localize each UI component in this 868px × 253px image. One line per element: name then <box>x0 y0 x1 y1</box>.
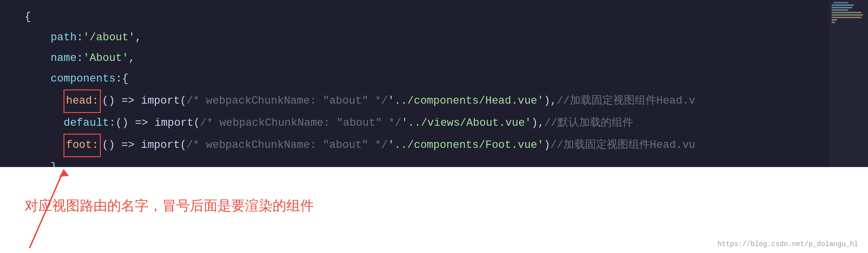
annotation-section: 对应视图路由的名字，冒号后面是要渲染的组件 https://blog.csdn.… <box>0 167 868 253</box>
code-line-6: default: () => import( /* webpackChunkNa… <box>25 113 858 134</box>
code-line-4: components :{ <box>25 69 858 89</box>
highlight-foot: foot: <box>63 134 101 157</box>
page-url: https://blog.csdn.net/p_dolangu_hl <box>717 240 858 248</box>
svg-line-0 <box>30 169 64 248</box>
key-default: default: <box>63 113 116 134</box>
svg-marker-1 <box>59 169 69 177</box>
highlight-head: head: <box>63 89 101 113</box>
brace-open: { <box>25 7 31 28</box>
annotation-arrow <box>25 167 84 253</box>
val-name: 'About' <box>83 48 128 69</box>
code-line-2: path : '/about' , <box>25 28 858 48</box>
code-editor: { path : '/about' , name : 'About' , com… <box>0 0 868 167</box>
key-path: path <box>51 28 77 48</box>
key-name: name <box>51 48 77 69</box>
code-line-5: head: () => import( /* webpackChunkName:… <box>25 89 858 113</box>
code-line-8: } <box>25 157 858 167</box>
code-content: { path : '/about' , name : 'About' , com… <box>0 4 868 167</box>
key-components: components <box>51 69 116 89</box>
minimap <box>829 0 868 167</box>
val-path: '/about' <box>83 28 135 48</box>
code-line-1: { <box>25 7 858 28</box>
code-line-3: name : 'About' , <box>25 48 858 69</box>
code-line-7: foot: () => import( /* webpackChunkName:… <box>25 134 858 157</box>
